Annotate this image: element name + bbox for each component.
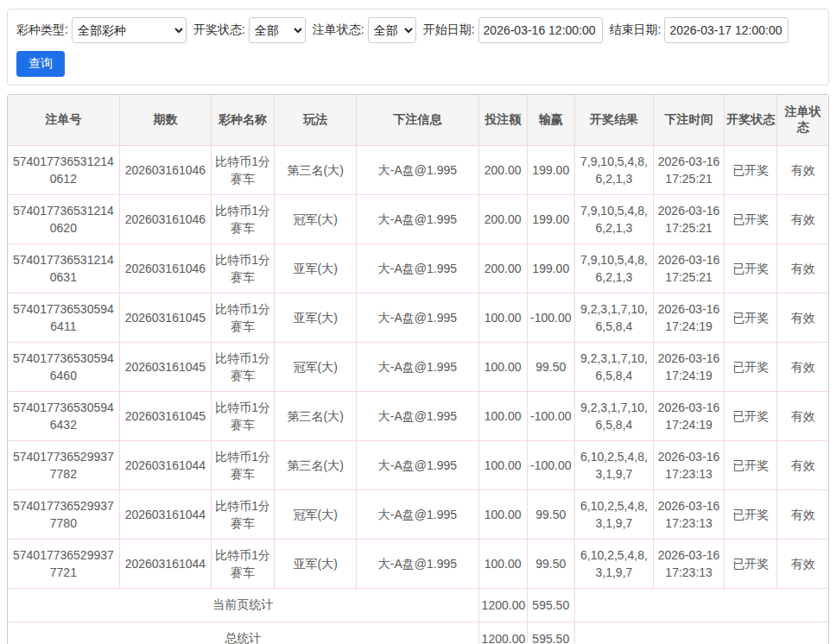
cell: 比特币1分赛车	[211, 540, 274, 589]
cell: 5740177365305946432	[8, 392, 119, 441]
cell: 有效	[777, 294, 828, 343]
cell: 2026-03-16 17:23:13	[654, 540, 725, 589]
draw-status-select[interactable]: 全部	[249, 17, 306, 43]
cell: 有效	[777, 343, 828, 392]
column-header-1: 期数	[119, 95, 211, 146]
cell: 6,10,2,5,4,8,3,1,9,7	[574, 490, 653, 540]
cell: 5740177365305946460	[8, 343, 119, 392]
cell: 5740177365305946411	[8, 294, 119, 343]
column-header-0: 注单号	[8, 95, 119, 146]
cell: 7,9,10,5,4,8,6,2,1,3	[574, 244, 653, 294]
page-summary-empty-cell	[574, 589, 828, 622]
table-row: 5740177365305946460202603161045比特币1分赛车冠军…	[8, 343, 828, 392]
draw-status-label: 开奖状态:	[193, 22, 245, 38]
start-date-label: 开始日期:	[423, 22, 475, 38]
cell: 6,10,2,5,4,8,3,1,9,7	[574, 540, 653, 589]
cell: 已开奖	[725, 244, 777, 294]
cell: 已开奖	[725, 343, 777, 392]
order-status-select[interactable]: 全部	[368, 17, 416, 43]
cell: 有效	[777, 490, 828, 540]
table-row: 5740177365312140612202603161046比特币1分赛车第三…	[8, 146, 828, 195]
cell: 大-A盘@1.995	[357, 146, 478, 195]
cell: 冠军(大)	[275, 195, 357, 244]
cell: 202603161044	[119, 441, 211, 490]
cell: 有效	[777, 146, 828, 195]
cell: 第三名(大)	[275, 392, 357, 441]
start-date-input[interactable]	[478, 17, 603, 43]
cell: 202603161045	[119, 343, 211, 392]
table-row: 5740177365312140631202603161046比特币1分赛车亚军…	[8, 244, 828, 294]
cell: 亚军(大)	[275, 294, 357, 343]
cell: 2026-03-16 17:24:19	[654, 294, 725, 343]
column-header-7: 开奖结果	[574, 95, 653, 146]
cell: 5740177365312140612	[8, 146, 119, 195]
cell: 100.00	[478, 343, 527, 392]
cell: 大-A盘@1.995	[357, 244, 478, 294]
page-summary-winloss-total: 595.50	[527, 589, 574, 622]
cell: 5740177365299377782	[8, 441, 119, 490]
cell: 比特币1分赛车	[211, 343, 274, 392]
cell: 大-A盘@1.995	[357, 294, 478, 343]
bet-records-table-container: 注单号期数彩种名称玩法下注信息投注额输赢开奖结果下注时间开奖状态注单状态 574…	[7, 94, 829, 644]
cell: 2026-03-16 17:25:21	[654, 244, 725, 294]
filter-panel: 彩种类型: 全部彩种 开奖状态: 全部 注单状态: 全部 开始日期: 结束日期:…	[7, 9, 829, 85]
cell: 200.00	[478, 244, 527, 294]
cell: 大-A盘@1.995	[357, 195, 478, 244]
cell: 202603161044	[119, 540, 211, 589]
cell: 冠军(大)	[275, 490, 357, 540]
cell: 5740177365299377780	[8, 490, 119, 540]
cell: 比特币1分赛车	[211, 392, 274, 441]
cell: 5740177365312140631	[8, 244, 119, 294]
lottery-type-select[interactable]: 全部彩种	[72, 17, 187, 43]
cell: 202603161046	[119, 195, 211, 244]
cell: 已开奖	[725, 441, 777, 490]
cell: 已开奖	[725, 294, 777, 343]
cell: 100.00	[478, 540, 527, 589]
cell: 100.00	[478, 392, 527, 441]
cell: 9,2,3,1,7,10,6,5,8,4	[574, 294, 653, 343]
page-summary-row: 当前页统计 1200.00 595.50	[8, 589, 828, 622]
cell: 2026-03-16 17:25:21	[654, 146, 725, 195]
end-date-input[interactable]	[664, 17, 788, 43]
cell: 已开奖	[725, 540, 777, 589]
cell: 亚军(大)	[275, 540, 357, 589]
cell: 100.00	[478, 441, 527, 490]
cell: 大-A盘@1.995	[357, 392, 478, 441]
cell: 199.00	[527, 195, 574, 244]
column-header-8: 下注时间	[654, 95, 725, 146]
table-body: 5740177365312140612202603161046比特币1分赛车第三…	[8, 146, 828, 589]
cell: 7,9,10,5,4,8,6,2,1,3	[574, 195, 653, 244]
cell: 有效	[777, 392, 828, 441]
cell: 99.50	[527, 540, 574, 589]
cell: 99.50	[527, 490, 574, 540]
cell: 第三名(大)	[275, 441, 357, 490]
cell: 100.00	[478, 490, 527, 540]
cell: 有效	[777, 195, 828, 244]
cell: 202603161045	[119, 294, 211, 343]
cell: 99.50	[527, 343, 574, 392]
cell: 比特币1分赛车	[211, 441, 274, 490]
cell: 202603161045	[119, 392, 211, 441]
table-row: 5740177365299377782202603161044比特币1分赛车第三…	[8, 441, 828, 490]
end-date-label: 结束日期:	[610, 22, 662, 38]
cell: 有效	[777, 540, 828, 589]
cell: 比特币1分赛车	[211, 490, 274, 540]
grand-summary-winloss-total: 595.50	[527, 622, 574, 644]
cell: -100.00	[527, 441, 574, 490]
cell: 已开奖	[725, 392, 777, 441]
search-button[interactable]: 查询	[16, 51, 65, 77]
cell: 已开奖	[725, 146, 777, 195]
cell: 199.00	[527, 244, 574, 294]
cell: 202603161044	[119, 490, 211, 540]
grand-summary-label: 总统计	[8, 622, 478, 644]
cell: 大-A盘@1.995	[357, 441, 478, 490]
lottery-type-label: 彩种类型:	[16, 22, 68, 38]
header-row: 注单号期数彩种名称玩法下注信息投注额输赢开奖结果下注时间开奖状态注单状态	[8, 95, 828, 146]
page-summary-bet-total: 1200.00	[478, 589, 527, 622]
table-row: 5740177365312140620202603161046比特币1分赛车冠军…	[8, 195, 828, 244]
cell: 比特币1分赛车	[211, 244, 274, 294]
cell: 7,9,10,5,4,8,6,2,1,3	[574, 146, 653, 195]
cell: 2026-03-16 17:25:21	[654, 195, 725, 244]
cell: 9,2,3,1,7,10,6,5,8,4	[574, 343, 653, 392]
column-header-2: 彩种名称	[211, 95, 274, 146]
